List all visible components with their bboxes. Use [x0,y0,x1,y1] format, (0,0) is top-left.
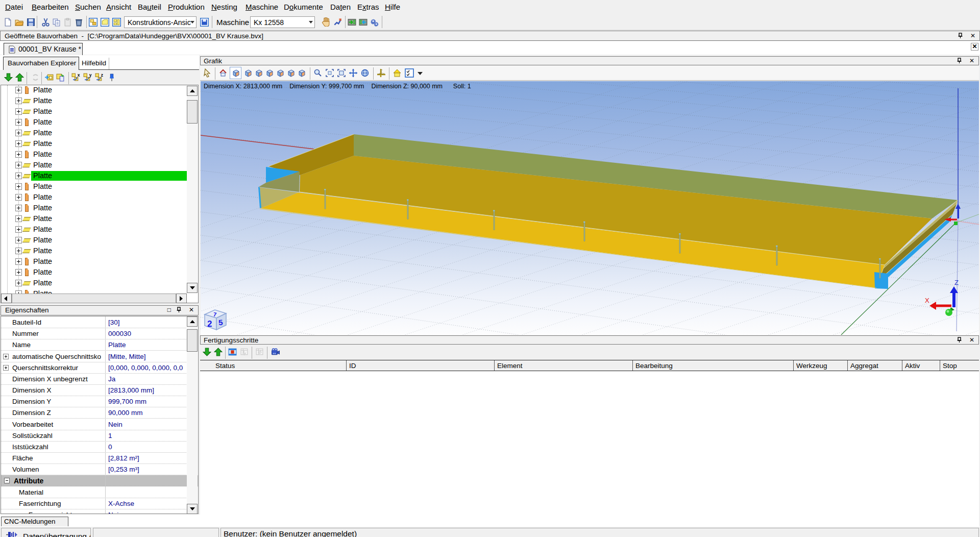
svg-text:y: y [89,73,92,78]
svg-text:X: X [925,297,929,304]
svg-text:5: 5 [218,318,223,327]
svg-text:x: x [78,73,80,78]
svg-text:2: 2 [207,319,212,329]
svg-text:z: z [101,73,103,78]
svg-text:Dimension X: 2813,000 mm D: Dimension X: 2813,000 mm Dimension Y: 99… [204,83,471,90]
svg-text:Z: Z [954,279,959,286]
